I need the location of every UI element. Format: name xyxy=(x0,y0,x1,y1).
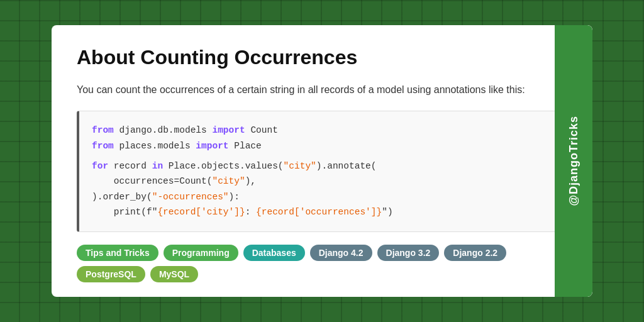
code-line-6: print(f"{record['city']}: {record['occur… xyxy=(92,204,554,220)
keyword-for: for xyxy=(92,161,108,171)
tag-databases[interactable]: Databases xyxy=(243,245,305,261)
code-block: from django.db.models import Count from … xyxy=(77,111,567,232)
keyword-import: import xyxy=(212,125,245,135)
keyword-in: in xyxy=(152,161,163,171)
side-label-text: @DjangoTricks xyxy=(567,116,580,206)
description-text: You can count the occurrences of a certa… xyxy=(77,82,567,98)
tag-postgresql[interactable]: PostgreSQL xyxy=(77,266,145,282)
tag-django-22[interactable]: Django 2.2 xyxy=(444,245,506,261)
keyword-from: from xyxy=(92,125,114,135)
code-line-1: from django.db.models import Count xyxy=(92,123,554,138)
page-title: About Counting Occurrences xyxy=(77,45,567,69)
tag-django-32[interactable]: Django 3.2 xyxy=(377,245,440,261)
tag-django-42[interactable]: Django 4.2 xyxy=(310,245,372,261)
main-card: About Counting Occurrences You can count… xyxy=(52,25,592,297)
code-line-2: from places.models import Place xyxy=(92,138,554,154)
keyword-from2: from xyxy=(92,141,114,151)
code-line-5: ).order_by("-occurrences"): xyxy=(92,189,554,205)
tag-programming[interactable]: Programming xyxy=(164,245,238,261)
tags-container: Tips and Tricks Programming Databases Dj… xyxy=(77,245,567,282)
side-label: @DjangoTricks xyxy=(555,25,592,297)
code-line-4: occurrences=Count("city"), xyxy=(92,174,554,189)
code-blank-1 xyxy=(92,153,554,158)
code-line-3: for record in Place.objects.values("city… xyxy=(92,158,554,174)
tag-mysql[interactable]: MySQL xyxy=(150,266,198,282)
tag-tips-and-tricks[interactable]: Tips and Tricks xyxy=(77,245,158,261)
keyword-import2: import xyxy=(196,141,228,151)
